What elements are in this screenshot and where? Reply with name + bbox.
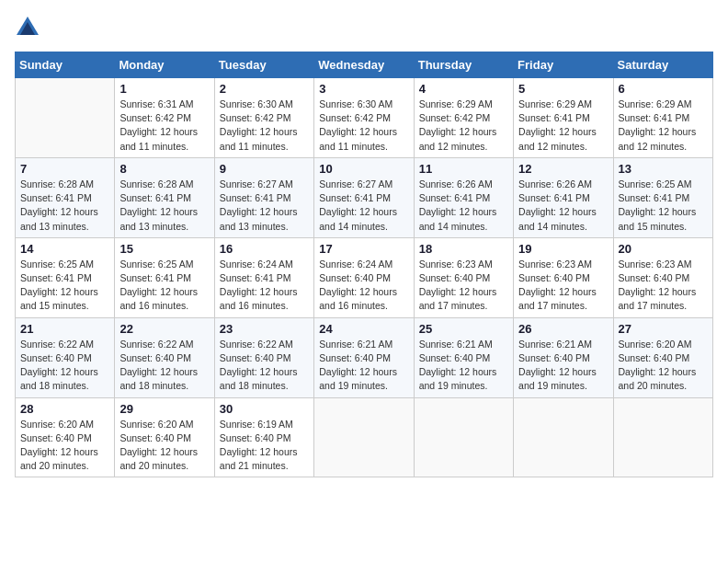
- day-of-week-wednesday: Wednesday: [314, 52, 414, 78]
- day-number: 29: [119, 402, 209, 416]
- calendar-cell: 17Sunrise: 6:24 AMSunset: 6:40 PMDayligh…: [314, 237, 414, 317]
- day-number: 17: [319, 242, 408, 256]
- day-of-week-monday: Monday: [115, 52, 214, 78]
- calendar-cell: 16Sunrise: 6:24 AMSunset: 6:41 PMDayligh…: [214, 237, 313, 317]
- calendar-cell: 19Sunrise: 6:23 AMSunset: 6:40 PMDayligh…: [514, 237, 613, 317]
- calendar-week-4: 21Sunrise: 6:22 AMSunset: 6:40 PMDayligh…: [16, 317, 713, 397]
- page-header: [15, 15, 713, 40]
- day-info: Sunrise: 6:29 AMSunset: 6:41 PMDaylight:…: [619, 98, 708, 154]
- calendar-cell: 1Sunrise: 6:31 AMSunset: 6:42 PMDaylight…: [115, 78, 214, 158]
- day-info: Sunrise: 6:19 AMSunset: 6:40 PMDaylight:…: [220, 418, 309, 474]
- logo: [15, 15, 44, 40]
- day-number: 7: [20, 162, 109, 176]
- calendar-cell: [514, 397, 613, 477]
- calendar-cell: 22Sunrise: 6:22 AMSunset: 6:40 PMDayligh…: [115, 317, 214, 397]
- day-number: 16: [220, 242, 309, 256]
- calendar-cell: 10Sunrise: 6:27 AMSunset: 6:41 PMDayligh…: [314, 157, 414, 237]
- day-info: Sunrise: 6:30 AMSunset: 6:42 PMDaylight:…: [319, 98, 408, 154]
- calendar-cell: 29Sunrise: 6:20 AMSunset: 6:40 PMDayligh…: [115, 397, 214, 477]
- day-info: Sunrise: 6:27 AMSunset: 6:41 PMDaylight:…: [319, 178, 408, 234]
- day-number: 18: [419, 242, 508, 256]
- day-info: Sunrise: 6:25 AMSunset: 6:41 PMDaylight:…: [20, 258, 109, 314]
- day-info: Sunrise: 6:29 AMSunset: 6:41 PMDaylight:…: [518, 98, 608, 154]
- day-number: 12: [518, 162, 608, 176]
- day-number: 6: [619, 82, 708, 96]
- day-info: Sunrise: 6:20 AMSunset: 6:40 PMDaylight:…: [119, 418, 209, 474]
- day-info: Sunrise: 6:23 AMSunset: 6:40 PMDaylight:…: [419, 258, 508, 314]
- calendar-cell: 3Sunrise: 6:30 AMSunset: 6:42 PMDaylight…: [314, 78, 414, 158]
- calendar-week-3: 14Sunrise: 6:25 AMSunset: 6:41 PMDayligh…: [16, 237, 713, 317]
- calendar-cell: 26Sunrise: 6:21 AMSunset: 6:40 PMDayligh…: [514, 317, 613, 397]
- day-of-week-sunday: Sunday: [16, 52, 115, 78]
- calendar-cell: 2Sunrise: 6:30 AMSunset: 6:42 PMDaylight…: [214, 78, 313, 158]
- calendar-cell: 13Sunrise: 6:25 AMSunset: 6:41 PMDayligh…: [613, 157, 712, 237]
- calendar-cell: 15Sunrise: 6:25 AMSunset: 6:41 PMDayligh…: [115, 237, 214, 317]
- calendar-cell: 7Sunrise: 6:28 AMSunset: 6:41 PMDaylight…: [16, 157, 115, 237]
- calendar-cell: 9Sunrise: 6:27 AMSunset: 6:41 PMDaylight…: [214, 157, 313, 237]
- day-info: Sunrise: 6:25 AMSunset: 6:41 PMDaylight:…: [119, 258, 209, 314]
- day-info: Sunrise: 6:24 AMSunset: 6:40 PMDaylight:…: [319, 258, 408, 314]
- day-of-week-saturday: Saturday: [613, 52, 712, 78]
- calendar-cell: [613, 397, 712, 477]
- calendar-table: SundayMondayTuesdayWednesdayThursdayFrid…: [15, 52, 713, 477]
- day-number: 26: [518, 322, 608, 336]
- day-info: Sunrise: 6:20 AMSunset: 6:40 PMDaylight:…: [20, 418, 109, 474]
- days-of-week-row: SundayMondayTuesdayWednesdayThursdayFrid…: [16, 52, 713, 78]
- day-number: 28: [20, 402, 109, 416]
- calendar-cell: 11Sunrise: 6:26 AMSunset: 6:41 PMDayligh…: [414, 157, 513, 237]
- calendar-cell: 6Sunrise: 6:29 AMSunset: 6:41 PMDaylight…: [613, 78, 712, 158]
- day-info: Sunrise: 6:24 AMSunset: 6:41 PMDaylight:…: [220, 258, 309, 314]
- day-info: Sunrise: 6:20 AMSunset: 6:40 PMDaylight:…: [619, 338, 708, 394]
- calendar-cell: 20Sunrise: 6:23 AMSunset: 6:40 PMDayligh…: [613, 237, 712, 317]
- day-number: 14: [20, 242, 109, 256]
- calendar-week-5: 28Sunrise: 6:20 AMSunset: 6:40 PMDayligh…: [16, 397, 713, 477]
- day-info: Sunrise: 6:28 AMSunset: 6:41 PMDaylight:…: [119, 178, 209, 234]
- calendar-cell: 28Sunrise: 6:20 AMSunset: 6:40 PMDayligh…: [16, 397, 115, 477]
- day-of-week-tuesday: Tuesday: [214, 52, 313, 78]
- day-number: 30: [220, 402, 309, 416]
- day-number: 19: [518, 242, 608, 256]
- day-info: Sunrise: 6:27 AMSunset: 6:41 PMDaylight:…: [220, 178, 309, 234]
- calendar-cell: 21Sunrise: 6:22 AMSunset: 6:40 PMDayligh…: [16, 317, 115, 397]
- day-info: Sunrise: 6:30 AMSunset: 6:42 PMDaylight:…: [220, 98, 309, 154]
- day-number: 5: [518, 82, 608, 96]
- logo-icon: [15, 15, 40, 40]
- day-number: 4: [419, 82, 508, 96]
- day-info: Sunrise: 6:22 AMSunset: 6:40 PMDaylight:…: [119, 338, 209, 394]
- day-info: Sunrise: 6:28 AMSunset: 6:41 PMDaylight:…: [20, 178, 109, 234]
- day-info: Sunrise: 6:25 AMSunset: 6:41 PMDaylight:…: [619, 178, 708, 234]
- day-info: Sunrise: 6:23 AMSunset: 6:40 PMDaylight:…: [518, 258, 608, 314]
- day-number: 13: [619, 162, 708, 176]
- calendar-cell: 23Sunrise: 6:22 AMSunset: 6:40 PMDayligh…: [214, 317, 313, 397]
- day-number: 2: [220, 82, 309, 96]
- calendar-cell: 27Sunrise: 6:20 AMSunset: 6:40 PMDayligh…: [613, 317, 712, 397]
- calendar-cell: [414, 397, 513, 477]
- day-number: 21: [20, 322, 109, 336]
- calendar-cell: 18Sunrise: 6:23 AMSunset: 6:40 PMDayligh…: [414, 237, 513, 317]
- day-number: 9: [220, 162, 309, 176]
- day-info: Sunrise: 6:26 AMSunset: 6:41 PMDaylight:…: [518, 178, 608, 234]
- calendar-cell: 8Sunrise: 6:28 AMSunset: 6:41 PMDaylight…: [115, 157, 214, 237]
- day-number: 11: [419, 162, 508, 176]
- calendar-cell: 25Sunrise: 6:21 AMSunset: 6:40 PMDayligh…: [414, 317, 513, 397]
- day-number: 22: [119, 322, 209, 336]
- day-number: 27: [619, 322, 708, 336]
- day-info: Sunrise: 6:26 AMSunset: 6:41 PMDaylight:…: [419, 178, 508, 234]
- calendar-cell: 14Sunrise: 6:25 AMSunset: 6:41 PMDayligh…: [16, 237, 115, 317]
- calendar-cell: 24Sunrise: 6:21 AMSunset: 6:40 PMDayligh…: [314, 317, 414, 397]
- day-info: Sunrise: 6:21 AMSunset: 6:40 PMDaylight:…: [419, 338, 508, 394]
- calendar-header: SundayMondayTuesdayWednesdayThursdayFrid…: [16, 52, 713, 78]
- day-info: Sunrise: 6:22 AMSunset: 6:40 PMDaylight:…: [20, 338, 109, 394]
- day-number: 15: [119, 242, 209, 256]
- calendar-cell: [314, 397, 414, 477]
- day-info: Sunrise: 6:29 AMSunset: 6:42 PMDaylight:…: [419, 98, 508, 154]
- day-number: 24: [319, 322, 408, 336]
- calendar-cell: 30Sunrise: 6:19 AMSunset: 6:40 PMDayligh…: [214, 397, 313, 477]
- day-number: 3: [319, 82, 408, 96]
- day-info: Sunrise: 6:21 AMSunset: 6:40 PMDaylight:…: [518, 338, 608, 394]
- calendar-week-2: 7Sunrise: 6:28 AMSunset: 6:41 PMDaylight…: [16, 157, 713, 237]
- day-info: Sunrise: 6:23 AMSunset: 6:40 PMDaylight:…: [619, 258, 708, 314]
- day-number: 23: [220, 322, 309, 336]
- day-number: 25: [419, 322, 508, 336]
- day-number: 8: [119, 162, 209, 176]
